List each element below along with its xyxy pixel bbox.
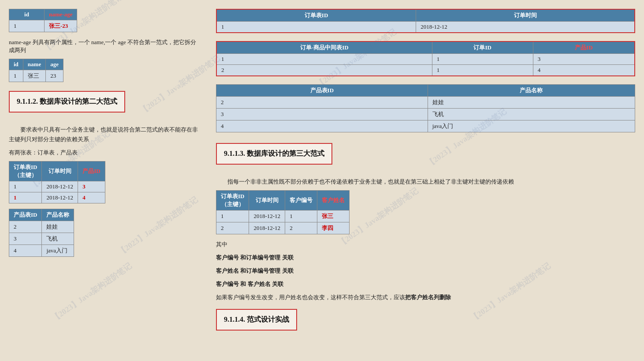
tn-row1-cname: 张三 [317,211,350,222]
cell-name: 张三 [23,70,45,82]
right-order-id-header: 订单表ID [216,9,416,22]
tn-row2-id: 2 [216,222,249,234]
left-product-id-header: 产品表ID [9,209,42,221]
section2-box: 9.1.1.2. 数据库设计的第二大范式 [9,91,198,119]
tn-row2-cno: 2 [285,222,317,234]
first-table: id name-age 1 张三-23 [9,9,77,32]
second-table-container: id name age 1 张三 23 [9,59,198,82]
tn-cno-header: 客户编号 [285,191,317,211]
right-mid-oid-header: 订单ID [432,41,533,54]
tn-row1-cno: 1 [285,211,317,222]
second-table: id name age 1 张三 23 [9,59,63,82]
right-column: 订单表ID 订单时间 1 2018-12-12 订单-商品中间表ID 订单I [216,9,635,337]
page-layout: id name-age 1 张三-23 name-age 列具有两个属性，一个 … [9,9,635,337]
right-mid-pid-header: 产品ID [533,41,635,54]
section3-note: 如果客户编号发生改变，用户姓名也会改变，这样不符合第三大范式，应该把客户姓名列删… [216,293,635,302]
left-order-table: 订单表ID（主键） 订单时间 产品ID 1 2018-12-12 3 1 201… [9,161,105,203]
section3-title: 9.1.1.3. 数据库设计的第三大范式 [224,150,324,157]
right-order-row1-id: 1 [216,22,416,33]
section2-desc1: 要求表中只具有一个业务主键，也就是说符合第二范式的表不能存在非主键列只对部分主键… [9,125,198,144]
left-order-row1-id: 1 [9,181,42,192]
left-order-id-header: 订单表ID（主键） [9,162,42,181]
col-age-header: age [46,59,63,70]
table-cell-id: 1 [9,20,45,32]
section2-desc2: 有两张表：订单表，产品表 [9,148,198,158]
cell-id2: 1 [9,70,23,82]
cell-age: 23 [46,70,63,82]
section4-title-box: 9.1.1.4. 范式设计实战 [216,309,297,331]
right-middle-table: 订单-商品中间表ID 订单ID 产品ID 1 1 3 2 1 4 [216,41,635,76]
right-product-row2-id: 3 [216,109,428,120]
col-name-header: name [23,59,45,70]
right-mid-row1-oid: 1 [432,54,533,65]
third-normal-table-container: 订单表ID（主键） 订单时间 客户编号 客户姓名 1 2018-12-12 1 … [216,190,635,234]
left-order-row2-pid: 4 [78,192,105,203]
right-top-tables: 订单表ID 订单时间 1 2018-12-12 订单-商品中间表ID 订单I [216,9,635,137]
left-product-table-container: 产品表ID 产品名称 2 娃娃 3 飞机 4 java入门 [9,209,198,257]
left-product-row1-name: 娃娃 [42,221,74,233]
left-order-row1-time: 2018-12-12 [42,181,78,192]
section3-box: 9.1.1.3. 数据库设计的第三大范式 [216,143,635,171]
left-order-row2-id: 1 [9,192,42,203]
relation3: 客户编号 和 客户姓名 关联 [216,279,635,289]
tn-id-header: 订单表ID（主键） [216,191,249,211]
right-product-row1-name: 娃娃 [428,97,635,109]
left-product-row2-id: 3 [9,233,42,245]
left-order-row1-pid: 3 [78,181,105,192]
relations-label: 其中 [216,240,635,249]
section2-title: 9.1.1.2. 数据库设计的第二大范式 [17,98,117,105]
section3-title-box: 9.1.1.3. 数据库设计的第三大范式 [216,143,332,165]
left-product-table: 产品表ID 产品名称 2 娃娃 3 飞机 4 java入门 [9,209,74,257]
left-product-row3-name: java入门 [42,245,74,257]
tn-cname-header: 客户姓名 [317,191,350,211]
right-product-row3-id: 4 [216,120,428,132]
left-product-row2-name: 飞机 [42,233,74,245]
tn-row2-cname: 李四 [317,222,350,234]
left-product-name-header: 产品名称 [42,209,74,221]
first-annotation: name-age 列具有两个属性，一个 name,一个 age 不符合第一范式，… [9,38,198,54]
right-product-row2-name: 飞机 [428,109,635,120]
tn-row2-time: 2018-12-12 [249,222,285,234]
table-cell-name-age: 张三-23 [45,20,77,32]
col-id2-header: id [9,59,23,70]
right-order-row1-time: 2018-12-12 [416,22,635,33]
left-product-row3-id: 4 [9,245,42,257]
relation2: 客户姓名 和订单编号管理 关联 [216,266,635,276]
relation1: 客户编号 和订单编号管理 关联 [216,253,635,263]
right-product-table: 产品表ID 产品名称 2 娃娃 3 飞机 4 java入门 [216,84,635,132]
right-mid-row2-mid: 2 [216,65,432,76]
tn-row1-id: 1 [216,211,249,222]
left-order-time-header: 订单时间 [42,162,78,181]
left-product-row1-id: 2 [9,221,42,233]
section4-title: 9.1.1.4. 范式设计实战 [224,316,289,323]
right-mid-row2-oid: 1 [432,65,533,76]
section2-title-box: 9.1.1.2. 数据库设计的第二大范式 [9,91,125,113]
right-product-name-header: 产品名称 [428,85,635,97]
right-product-row1-id: 2 [216,97,428,109]
right-order-table: 订单表ID 订单时间 1 2018-12-12 [216,9,635,33]
left-order-row2-time: 2018-12-12 [42,192,78,203]
col-name-age-header: name-age [45,9,77,20]
tn-row1-time: 2018-12-12 [249,211,285,222]
tn-time-header: 订单时间 [249,191,285,211]
section4-box: 9.1.1.4. 范式设计实战 [216,309,635,337]
right-product-row3-name: java入门 [428,120,635,132]
left-order-table-container: 订单表ID（主键） 订单时间 产品ID 1 2018-12-12 3 1 201… [9,161,198,203]
section3-desc: 指每一个非非主属性既不部分依赖于也不传递依赖于业务主键，也就是在第三础上相处了非… [216,177,635,187]
left-order-pid-header: 产品ID [78,162,105,181]
first-table-container: id name-age 1 张三-23 [9,9,198,32]
right-order-time-header: 订单时间 [416,9,635,22]
right-mid-id-header: 订单-商品中间表ID [216,41,432,54]
right-mid-row2-pid: 4 [533,65,635,76]
right-mid-row1-pid: 3 [533,54,635,65]
right-product-id-header: 产品表ID [216,85,428,97]
left-column: id name-age 1 张三-23 name-age 列具有两个属性，一个 … [9,9,198,337]
third-normal-table: 订单表ID（主键） 订单时间 客户编号 客户姓名 1 2018-12-12 1 … [216,190,350,234]
right-mid-row1-mid: 1 [216,54,432,65]
relations-container: 其中 客户编号 和订单编号管理 关联 客户姓名 和订单编号管理 关联 客户编号 … [216,240,635,289]
col-id-header: id [9,9,45,20]
